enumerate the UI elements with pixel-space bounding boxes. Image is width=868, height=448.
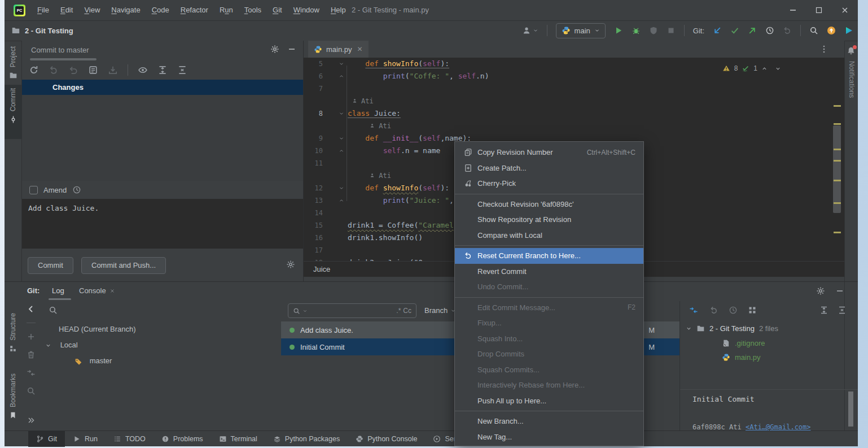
sidebar-tab-project[interactable]: Project	[5, 43, 21, 84]
prev-problem-icon[interactable]	[761, 66, 768, 72]
gear-icon[interactable]	[816, 286, 825, 295]
error-stripe[interactable]	[831, 58, 844, 261]
fold-marker[interactable]	[323, 107, 348, 120]
fold-marker[interactable]	[323, 145, 348, 157]
menu-item-new-tag[interactable]: New Tag...	[455, 429, 643, 445]
fold-marker[interactable]	[323, 132, 348, 145]
menu-file[interactable]: File	[32, 0, 55, 20]
code-line-7[interactable]: 7	[304, 82, 831, 95]
changes-node[interactable]: Changes	[22, 80, 303, 95]
notifications-tab-label[interactable]: Notifications	[848, 61, 856, 98]
toolwindow-run[interactable]: Run	[65, 431, 106, 447]
changes-tree-area[interactable]	[22, 95, 303, 181]
user-menu[interactable]	[522, 26, 538, 35]
code-inlay-row[interactable]: Ati	[304, 120, 831, 132]
undo-icon[interactable]	[709, 306, 718, 315]
commit-author-email[interactable]: <Ati…@Gmail.com>	[746, 423, 811, 431]
tab-log[interactable]: Log	[52, 286, 64, 295]
branch-row-local[interactable]: Local	[41, 337, 281, 353]
chevron-down-icon[interactable]	[686, 325, 692, 332]
gear-icon[interactable]	[286, 260, 295, 269]
history-button[interactable]	[765, 26, 774, 35]
menu-run[interactable]: Run	[214, 0, 239, 20]
menu-item-compare-with-local[interactable]: Compare with Local	[455, 228, 643, 243]
menu-item-new-branch[interactable]: New Branch...	[455, 414, 643, 429]
commit-button-toolbar[interactable]	[730, 26, 739, 35]
stop-button[interactable]	[667, 26, 676, 35]
maximize-button[interactable]	[806, 0, 832, 20]
toolwindow-python-console[interactable]: Python Console	[348, 431, 425, 447]
fold-marker[interactable]	[323, 70, 348, 82]
menu-help[interactable]: Help	[325, 0, 352, 20]
project-widget[interactable]: 2 - Git Testing	[11, 20, 73, 41]
toolwindow-python-packages[interactable]: Python Packages	[265, 431, 348, 447]
branch-filter-dropdown[interactable]: Branch	[424, 306, 456, 315]
close-icon[interactable]	[109, 288, 115, 294]
fold-marker[interactable]	[323, 194, 348, 207]
update-project-button[interactable]	[713, 26, 722, 35]
ide-features-icon[interactable]	[844, 26, 853, 35]
collapse-icon[interactable]	[27, 305, 36, 314]
menu-code[interactable]: Code	[146, 0, 175, 20]
more-tabs-icon[interactable]	[819, 45, 828, 54]
next-problem-icon[interactable]	[775, 66, 781, 72]
menu-item-show-repository-at-revision[interactable]: Show Repository at Revision	[455, 212, 643, 228]
toolwindow-terminal[interactable]: Terminal	[211, 431, 265, 447]
expand-all-icon[interactable]	[819, 306, 828, 315]
code-line-8[interactable]: 8class Juice:	[304, 107, 831, 120]
undo-icon[interactable]	[49, 65, 59, 75]
compare-icon[interactable]	[689, 306, 698, 315]
commit-button[interactable]: Commit	[28, 257, 73, 274]
rollback-icon[interactable]	[68, 65, 78, 75]
more-icon[interactable]	[27, 416, 36, 425]
fold-marker[interactable]	[323, 182, 348, 194]
history-icon[interactable]	[729, 306, 738, 315]
minimize-button[interactable]	[780, 0, 806, 20]
fold-marker[interactable]	[323, 58, 348, 70]
scrollbar[interactable]	[30, 58, 97, 60]
menu-item-push-all-up-to-here[interactable]: Push All up to Here...	[455, 393, 643, 409]
menu-view[interactable]: View	[78, 0, 106, 20]
menu-edit[interactable]: Edit	[55, 0, 78, 20]
changelist-icon[interactable]	[88, 65, 98, 75]
commit-history-icon[interactable]	[72, 185, 81, 194]
menu-item-cherry-pick[interactable]: Cherry-Pick	[455, 176, 643, 192]
branch-row-master[interactable]: master	[41, 353, 281, 369]
file-row-main-py[interactable]: main.py	[722, 350, 761, 364]
tab-console[interactable]: Console	[79, 286, 115, 295]
commit-message-input[interactable]: Add class Juice.	[22, 199, 303, 249]
file-row-gitignore[interactable]: .gitignore	[722, 336, 765, 350]
commit-and-push-button[interactable]: Commit and Push...	[81, 257, 166, 274]
menu-git[interactable]: Git	[267, 0, 288, 20]
menu-item-copy-revision-number[interactable]: Copy Revision NumberCtrl+Alt+Shift+C	[455, 145, 643, 160]
tab-close-icon[interactable]: ✕	[357, 45, 363, 53]
scrollbar-thumb[interactable]	[833, 125, 841, 213]
update-available-icon[interactable]	[827, 26, 836, 35]
branch-row-head[interactable]: HEAD (Current Branch)	[41, 321, 281, 337]
scrollbar-thumb[interactable]	[848, 392, 853, 427]
menu-tools[interactable]: Tools	[239, 0, 267, 20]
regex-toggle[interactable]: .*	[396, 307, 401, 315]
gear-icon[interactable]	[270, 45, 279, 54]
inspections-widget[interactable]: 8 1	[722, 64, 781, 72]
search-everywhere-button[interactable]	[809, 26, 818, 35]
run-button[interactable]	[614, 26, 623, 35]
sidebar-tab-commit[interactable]: Commit	[5, 85, 21, 139]
expand-all-icon[interactable]	[157, 65, 168, 75]
toolwindow-problems[interactable]: Problems	[154, 431, 211, 447]
toolwindow-git[interactable]: Git	[28, 431, 65, 447]
push-button[interactable]	[748, 26, 757, 35]
close-button[interactable]	[832, 0, 858, 20]
toolwindow-todo[interactable]: TODO	[106, 431, 154, 447]
amend-checkbox[interactable]	[29, 186, 38, 194]
preview-diff-icon[interactable]	[138, 65, 148, 75]
tab-main-py[interactable]: main.py ✕	[308, 41, 369, 58]
collapse-all-icon[interactable]	[177, 65, 187, 75]
chevron-down-icon[interactable]	[45, 342, 51, 349]
menu-navigate[interactable]: Navigate	[106, 0, 146, 20]
debug-button[interactable]	[632, 26, 641, 35]
menu-item-checkout-revision-6af0898c[interactable]: Checkout Revision '6af0898c'	[455, 197, 643, 212]
menu-item-reset-current-branch-to-here[interactable]: Reset Current Branch to Here...	[455, 248, 643, 264]
shelve-icon[interactable]	[108, 65, 118, 75]
search-icon[interactable]	[27, 386, 36, 395]
